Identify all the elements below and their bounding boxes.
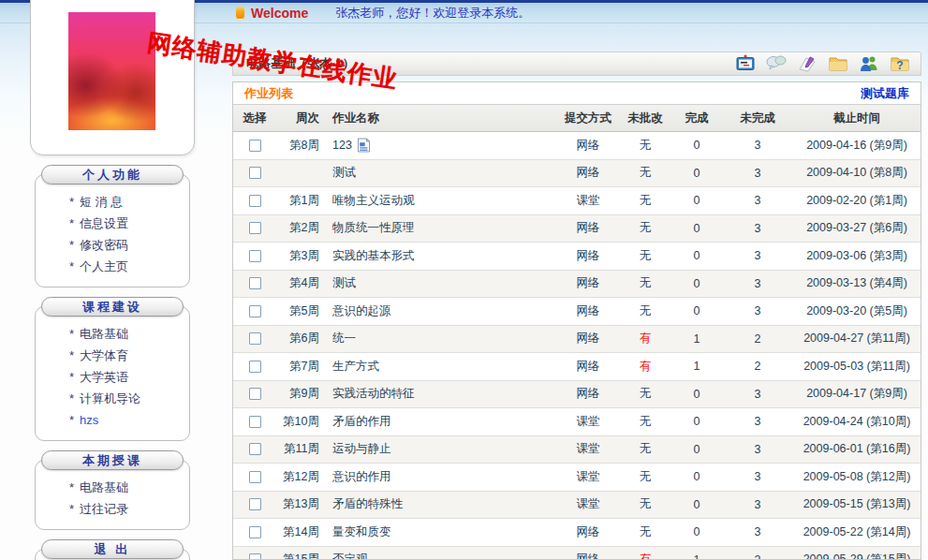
row-checkbox[interactable]: [249, 471, 261, 483]
homework-name[interactable]: 唯物主义运动观: [332, 193, 415, 209]
week-cell: 第14周: [276, 519, 323, 546]
sidebar-item[interactable]: *计算机导论: [69, 388, 189, 409]
sidebar-item[interactable]: *hzs: [69, 409, 189, 431]
homework-name[interactable]: 统一: [332, 331, 356, 346]
sidebar-item[interactable]: *大学体育: [69, 345, 189, 366]
table-row: 第8周123网络无032009-04-16 (第9周): [233, 132, 921, 160]
week-cell: 第6周: [276, 326, 323, 353]
select-cell: [233, 298, 276, 325]
sidebar-item[interactable]: *短 消 息: [69, 191, 189, 213]
folder-icon[interactable]: [827, 53, 849, 74]
row-checkbox[interactable]: [249, 416, 261, 428]
row-checkbox[interactable]: [249, 305, 261, 317]
table-row: 第10周矛盾的作用课堂无032009-04-24 (第10周): [233, 408, 921, 436]
homework-name[interactable]: 123: [332, 139, 352, 152]
row-checkbox[interactable]: [249, 443, 261, 455]
ungraded-cell: 有: [619, 353, 671, 380]
undone-cell: 2: [722, 326, 793, 353]
homework-name[interactable]: 意识的起源: [332, 303, 391, 319]
done-cell: 0: [671, 187, 722, 214]
homework-name[interactable]: 测试: [332, 275, 356, 291]
done-cell: 0: [671, 464, 722, 491]
word-doc-icon[interactable]: [357, 138, 371, 153]
method-cell: 网络: [557, 215, 619, 243]
week-cell: 第12周: [276, 464, 323, 491]
row-checkbox[interactable]: [249, 332, 261, 345]
sidebar-item-label: 过往记录: [80, 501, 128, 518]
board-icon[interactable]: [734, 53, 757, 74]
done-cell: 0: [671, 132, 722, 159]
list-head: 作业列表 测试题库: [233, 82, 921, 105]
row-checkbox[interactable]: [249, 277, 261, 289]
homework-name[interactable]: 测试: [332, 165, 356, 181]
sidebar-item[interactable]: *个人主页: [69, 256, 189, 277]
deadline-cell: 2009-03-20 (第5周): [793, 298, 921, 325]
method-cell: 课堂: [557, 464, 619, 491]
homework-name[interactable]: 生产方式: [332, 359, 379, 375]
deadline-cell: 2009-05-22 (第14周): [793, 519, 921, 546]
done-cell: 0: [671, 492, 722, 519]
deadline-cell: 2009-04-10 (第8周): [793, 160, 921, 187]
select-cell: [233, 519, 276, 546]
sidebar-item[interactable]: *修改密码: [69, 234, 189, 256]
bullet-icon: *: [69, 259, 74, 273]
select-cell: [233, 381, 276, 408]
homework-name-cell: 123: [323, 132, 557, 159]
undone-cell: 3: [722, 492, 793, 519]
homework-name[interactable]: 运动与静止: [332, 441, 391, 457]
sidebar-item[interactable]: *大学英语: [69, 366, 189, 388]
undone-cell: 3: [722, 187, 793, 214]
row-checkbox[interactable]: [249, 361, 261, 373]
method-cell: 网络: [557, 160, 619, 187]
homework-name-cell: 运动与静止: [323, 436, 557, 464]
test-bank-link[interactable]: 测试题库: [861, 85, 909, 102]
row-checkbox[interactable]: [249, 498, 261, 510]
homework-name[interactable]: 矛盾的作用: [332, 414, 391, 430]
homework-name-cell: 矛盾的特殊性: [323, 492, 557, 519]
sidebar-item[interactable]: *过往记录: [69, 498, 189, 520]
homework-name[interactable]: 实践的基本形式: [332, 248, 415, 264]
week-cell: 第7周: [276, 353, 323, 380]
done-cell: 0: [671, 408, 722, 435]
row-checkbox[interactable]: [249, 140, 261, 152]
deadline-cell: 2009-03-13 (第4周): [793, 271, 921, 298]
homework-name[interactable]: 否定观: [332, 552, 368, 560]
chat-icon[interactable]: [765, 53, 788, 74]
select-cell: [233, 160, 276, 187]
row-checkbox[interactable]: [249, 526, 261, 538]
homework-name[interactable]: 意识的作用: [332, 469, 391, 485]
help-icon[interactable]: ?: [889, 53, 911, 74]
done-cell: 0: [671, 160, 722, 187]
sidebar-section: 退 出*返回首页*注销: [0, 539, 225, 560]
row-checkbox[interactable]: [249, 167, 261, 179]
sidebar-item[interactable]: *电路基础: [69, 477, 189, 498]
done-cell: 0: [671, 436, 722, 464]
homework-name[interactable]: 矛盾的特殊性: [332, 496, 403, 512]
sidebar-item-label: 修改密码: [80, 237, 128, 254]
homework-name[interactable]: 量变和质变: [332, 524, 391, 540]
row-checkbox[interactable]: [249, 195, 261, 207]
homework-name[interactable]: 物质统一性原理: [332, 220, 415, 236]
select-cell: [233, 215, 276, 243]
sidebar-item-label: 电路基础: [80, 326, 128, 343]
sidebar-item[interactable]: *电路基础: [69, 323, 189, 345]
row-checkbox[interactable]: [249, 250, 261, 262]
row-checkbox[interactable]: [249, 553, 261, 560]
edit-icon[interactable]: [796, 53, 818, 74]
toolbar: ?: [734, 53, 911, 74]
select-cell: [233, 271, 276, 298]
row-checkbox[interactable]: [249, 388, 261, 400]
undone-cell: 3: [722, 408, 793, 435]
sidebar-item[interactable]: *信息设置: [69, 213, 189, 234]
users-icon[interactable]: [858, 53, 880, 74]
method-cell: 网络: [557, 132, 619, 159]
homework-name[interactable]: 实践活动的特征: [332, 386, 415, 402]
row-checkbox[interactable]: [249, 222, 261, 234]
homework-panel: 作业列表 测试题库 选择周次作业名称提交方式未批改完成未完成截止时间 第8周12…: [232, 81, 921, 560]
ungraded-cell: 无: [619, 492, 671, 519]
undone-cell: 3: [722, 298, 793, 325]
deadline-cell: 2009-03-06 (第3周): [793, 243, 921, 270]
table-row: 第7周生产方式网络有122009-05-03 (第11周): [233, 353, 921, 381]
done-cell: 1: [671, 353, 722, 380]
table-row: 第12周意识的作用课堂无032009-05-08 (第12周): [233, 464, 921, 492]
